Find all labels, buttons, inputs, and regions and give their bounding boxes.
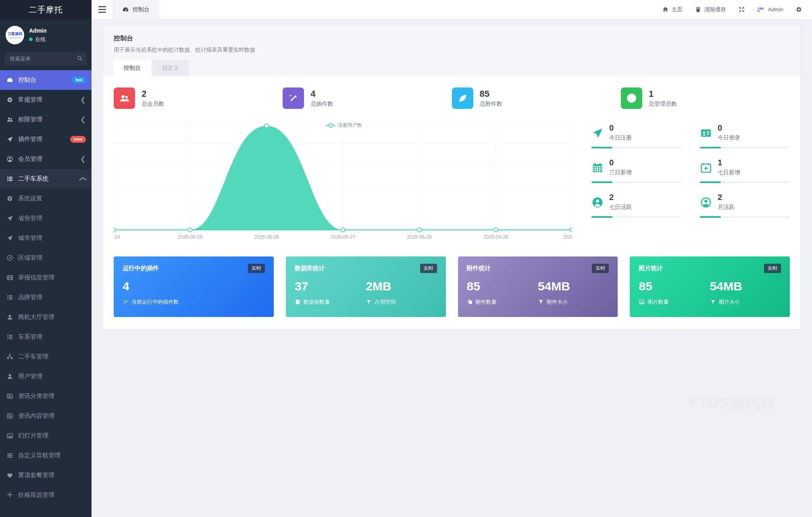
move-icon (6, 492, 14, 498)
panel-tab-0[interactable]: 控制台 (114, 60, 151, 76)
svg-text:2025-05-28: 2025-05-28 (407, 234, 432, 240)
stat-tile (283, 88, 304, 109)
panel-tab-1[interactable]: 自定义 (152, 60, 189, 76)
search-input[interactable] (5, 52, 87, 65)
gradient-card-2: 附件统计 实时 85 附件数量54MB 附件大小 (458, 256, 618, 317)
sidebar-item-18[interactable]: 幻灯片管理 (0, 426, 92, 446)
stat-card-0: 2 总会员数 (114, 88, 283, 109)
sidebar-item-1[interactable]: 常规管理❮ (0, 90, 92, 110)
clear-cache-button[interactable]: 清除缓存 (695, 6, 726, 13)
sidebar-item-6[interactable]: 系统设置 (0, 189, 92, 208)
stat-tile (452, 88, 473, 109)
image-icon (639, 299, 645, 305)
sidebar-item-21[interactable]: 价格筛选管理 (0, 485, 92, 505)
sidebar-item-17[interactable]: 资讯内容管理 (0, 406, 92, 426)
sidebar-item-14[interactable]: 二手车管理 (0, 347, 92, 367)
sidebar-item-8[interactable]: 城市管理 (0, 228, 92, 248)
mini-stat-progress (591, 147, 681, 148)
admin-menu[interactable]: 刀客源码 Admin (757, 6, 783, 14)
mini-stat-label: 七日活跃 (609, 204, 632, 211)
sidebar-item-label: 二手车系统 (18, 175, 80, 183)
card-metric-label: 当前运行中的插件数 (131, 298, 179, 306)
sidebar-item-19[interactable]: 自定义导航管理 (0, 446, 92, 465)
sidebar-item-label: 控制台 (18, 76, 72, 84)
card-value: 54MB (710, 279, 781, 294)
mini-stat-3: 1 七日新增 (700, 158, 790, 183)
sidebar-item-4[interactable]: 会员管理❮ (0, 149, 92, 169)
card-title: 附件统计 (467, 265, 491, 272)
mini-stat-label: 七日新增 (718, 169, 740, 176)
user-status-label: 在线 (35, 36, 46, 43)
mini-stat-value: 2 (609, 193, 632, 202)
stat-label: 总管理员数 (649, 100, 677, 108)
mini-stat-value: 1 (718, 158, 740, 167)
sidebar-item-15[interactable]: 用户管理 (0, 367, 92, 386)
funnel-icon (538, 299, 544, 305)
mini-stat-label: 月活跃 (718, 204, 735, 211)
gradient-card-3: 图片统计 实时 85 图片数量54MB 图片大小 (630, 256, 790, 317)
chevron-left-icon: ❮ (80, 96, 86, 103)
sidebar-item-5[interactable]: 二手车系统❮ (0, 169, 92, 189)
bars-icon (6, 452, 14, 459)
sidebar-item-0[interactable]: 控制台hot (0, 70, 92, 90)
sidebar: 二手摩托 刀客源码 www.dkewl.com Admin 在线 控制台hot常… (0, 0, 92, 517)
sidebar-item-label: 置顶套餐管理 (18, 471, 86, 479)
sidebar-item-13[interactable]: 车系管理 (0, 327, 92, 347)
gauge-icon (6, 77, 14, 83)
user-name: Admin (29, 27, 47, 34)
card-value: 2MB (366, 279, 437, 294)
mini-stat-progress (591, 181, 681, 183)
settings-button[interactable] (795, 6, 802, 13)
sidebar-item-label: 幻灯片管理 (18, 432, 86, 440)
card-metric-label: 数据表数量 (304, 298, 330, 306)
sidebar-item-11[interactable]: 品牌管理 (0, 288, 92, 307)
card-metric-label: 图片大小 (719, 298, 740, 306)
top-navbar: 控制台 主页 清除缓存 刀客源码 Admin (92, 0, 812, 19)
mini-stat-progress (700, 181, 790, 183)
sidebar-item-7[interactable]: 省份管理 (0, 208, 92, 228)
home-link[interactable]: 主页 (662, 6, 683, 13)
home-label: 主页 (672, 6, 683, 13)
plane-icon (591, 125, 604, 142)
sidebar-item-16[interactable]: 资讯分类管理 (0, 386, 92, 406)
card-metric-label: 附件数量 (476, 298, 497, 306)
mini-stat-label: 今日注册 (609, 134, 632, 142)
sidebar-item-12[interactable]: 商机大厅管理 (0, 307, 92, 327)
stat-value: 4 (310, 89, 333, 99)
mini-stat-progress (700, 216, 790, 218)
users-icon (6, 116, 14, 123)
sidebar-item-10[interactable]: 举报信息管理 (0, 268, 92, 288)
stat-value: 1 (649, 89, 677, 99)
card-metric-label: 附件大小 (547, 298, 568, 306)
sidebar-item-label: 省份管理 (18, 215, 86, 222)
card-title: 运行中的插件 (123, 265, 159, 272)
sidebar-item-2[interactable]: 权限管理❮ (0, 110, 92, 129)
content: 控制台 用于展示当前系统中的统计数据、统计报表及重要实时数据 控制台自定义 2 … (92, 19, 812, 517)
svg-text:2025-05-27: 2025-05-27 (331, 234, 356, 240)
search-icon[interactable] (76, 55, 83, 62)
user-icon (6, 373, 14, 380)
badge-new: new (70, 136, 86, 143)
stat-cards-row: 2 总会员数 4 总插件数 85 总附件数 1 总管理员数 (114, 88, 790, 109)
card-title: 图片统计 (639, 265, 663, 272)
sidebar-toggle-button[interactable] (92, 0, 112, 19)
gear-icon (795, 6, 802, 13)
sidebar-item-9[interactable]: 区域管理 (0, 248, 92, 268)
fullscreen-button[interactable] (738, 6, 745, 13)
realtime-badge: 实时 (764, 264, 781, 273)
stat-label: 总会员数 (142, 100, 164, 108)
sidebar-item-label: 用户管理 (18, 373, 86, 380)
stat-card-3: 1 总管理员数 (621, 88, 790, 109)
sidebar-item-label: 车系管理 (18, 333, 86, 341)
avatar[interactable]: 刀客源码 www.dkewl.com (6, 26, 24, 44)
nav-tab-console[interactable]: 控制台 (112, 0, 159, 19)
card-value: 4 (123, 279, 265, 294)
stat-label: 总附件数 (480, 100, 502, 108)
svg-text:2025-05-26: 2025-05-26 (254, 234, 279, 240)
chart-legend[interactable]: 注册用户数 (325, 122, 362, 129)
plane-icon (6, 136, 14, 143)
usersolid-icon (591, 194, 604, 211)
sidebar-item-20[interactable]: 置顶套餐管理 (0, 465, 92, 485)
stat-label: 总插件数 (310, 100, 333, 108)
sidebar-item-3[interactable]: 插件管理new (0, 129, 92, 149)
